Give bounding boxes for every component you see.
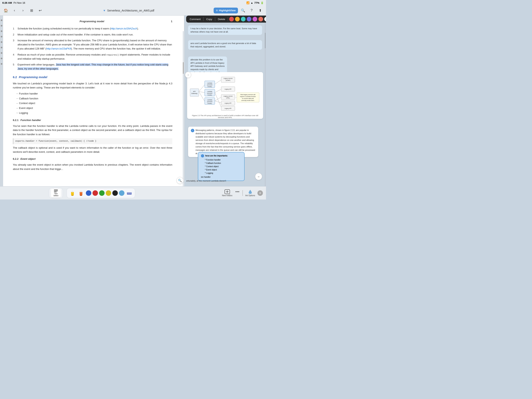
section-6-2-1-body1: You've seen that the function handler is… (13, 124, 172, 136)
svg-text:(convert/: (convert/ (207, 101, 212, 103)
sidebar-indicator-8 (1, 58, 2, 59)
svg-marker-48 (80, 195, 82, 196)
popup-menu: Comment Copy Delete (186, 16, 266, 23)
item-text-5: Experiment with other languages. Java ha… (18, 63, 172, 71)
toolbar-divider (242, 190, 243, 196)
svg-text:invoke): invoke) (208, 103, 212, 104)
svg-text:Lambda: Lambda (207, 99, 212, 101)
architecture-diagram: API Gateway Lambda (convert/ invoke) Lam… (187, 72, 263, 119)
note-card-2: ams and Lambda functions are a good ons … (188, 40, 262, 50)
svg-rect-42 (54, 191, 58, 191)
panel-nav-button[interactable]: ‹› (255, 173, 262, 180)
comment-button[interactable]: Comment (188, 17, 202, 21)
ink-color-red[interactable] (93, 190, 98, 196)
color-orange[interactable] (235, 17, 240, 21)
list-item-4: 4 Reduce as much of your code as possibl… (13, 53, 172, 61)
popup-divider-3 (228, 17, 228, 21)
color-purple[interactable] (247, 17, 251, 21)
pages-button[interactable]: ⊞ (28, 7, 35, 14)
new-inkbox-button[interactable]: New InkBox (222, 189, 232, 197)
color-salmon[interactable] (258, 17, 263, 21)
svg-line-18 (215, 80, 221, 84)
text-select-icon (54, 190, 58, 192)
undo-button[interactable]: ↩ (37, 7, 44, 14)
list-item-3: 3 Increase the amount of memory allocate… (13, 39, 172, 51)
color-pink[interactable] (253, 17, 257, 21)
right-scroll-thumb (265, 33, 266, 48)
section-6-2-1-body2: The callback object is optional and is u… (13, 146, 172, 154)
ink-color-light-blue[interactable] (119, 190, 124, 196)
list-card-icon: › (201, 154, 204, 157)
color-red[interactable] (229, 17, 234, 21)
color-white[interactable] (264, 17, 266, 21)
list-card-item-3: * Context object (205, 165, 241, 168)
link-1[interactable]: http://amzn.to/29AZsuX (111, 27, 137, 30)
highlighter-yellow-button[interactable] (69, 189, 76, 197)
subsection-title: Function handler (20, 118, 41, 122)
svg-rect-43 (54, 192, 57, 192)
diagram-caption: Figure 2.5 The API proxy architecture is… (189, 115, 261, 118)
item-text-2: Move initialization and setup code out o… (18, 33, 133, 37)
more-options-button[interactable]: more (235, 189, 240, 197)
ink-color-green[interactable] (99, 190, 105, 196)
date-display: Fri Nov 16 (13, 1, 25, 4)
ink-color-black[interactable] (112, 190, 118, 196)
ruler-icon (127, 191, 132, 195)
svg-rect-46 (72, 191, 73, 192)
link-3[interactable]: http://amzn.to/23aFKif (46, 47, 71, 50)
numbered-list: 1 Schedule the function (using scheduled… (13, 27, 172, 71)
item-number-3: 3 (13, 39, 16, 51)
ink-color-blue[interactable] (86, 190, 91, 196)
text-select-button[interactable]: TextSelect (51, 189, 61, 197)
drawing-tools-group (67, 188, 135, 198)
list-card-item-1: * Function handler (205, 158, 241, 161)
popup-divider-1 (203, 17, 203, 21)
svg-rect-41 (54, 190, 58, 190)
color-teal[interactable] (241, 17, 246, 21)
text-select-group: TextSelect (49, 188, 63, 198)
status-bar: 6:26 AM Fri Nov 16 📶 ▲ 77% 🔋 (0, 0, 266, 6)
scroll-thumb (183, 62, 184, 74)
search-button[interactable]: 🔍 (240, 7, 247, 14)
battery-icon: 🔋 (260, 1, 264, 4)
right-scroll[interactable] (265, 16, 266, 186)
back-button[interactable]: ‹ (11, 7, 18, 14)
programming-model-list: Function handler Callback function Conte… (17, 92, 172, 115)
page-header: Programming model 1 (13, 19, 172, 24)
scroll-indicator[interactable] (183, 31, 184, 186)
svg-text:correctly invoke them.: correctly invoke them. (241, 100, 254, 101)
close-button[interactable]: ✕ (257, 190, 263, 196)
sidebar-indicator-5 (1, 41, 2, 43)
section-title: Programming model (19, 75, 47, 79)
svg-text:Legacy API: Legacy API (225, 103, 231, 104)
time-display: 6:26 AM (2, 1, 12, 4)
zoom-button[interactable]: 🔍 (177, 177, 184, 184)
list-card-title: hese are the importants: (205, 154, 228, 157)
svg-line-22 (215, 93, 221, 107)
code-block: exports.handler = function(event, contex… (13, 138, 172, 144)
help-button[interactable]: ? (248, 7, 255, 14)
forward-button[interactable]: › (19, 7, 26, 14)
chevron-lr-icon: ‹› (258, 175, 260, 178)
highlight-view-button[interactable]: ≡ HighlightView (214, 8, 238, 13)
list-card-item-4: * Event object (205, 168, 241, 171)
ink-color-yellow[interactable] (106, 190, 111, 196)
ruler-button[interactable] (126, 189, 133, 197)
highlighter-orange-button[interactable] (77, 189, 85, 197)
delete-button[interactable]: Delete (216, 17, 227, 21)
svg-text:to convert data and: to convert data and (242, 98, 254, 99)
svg-text:Legacy service: Legacy service (223, 78, 233, 79)
list-item-2: 2 Move initialization and setup code out… (13, 33, 172, 37)
ink-options-button[interactable]: Ink Options (245, 189, 255, 197)
home-button[interactable]: 🏠 (2, 7, 9, 14)
svg-text:Lambda: Lambda (207, 82, 212, 84)
bottom-toolbar: TextSelect (0, 186, 184, 200)
bottom-right-tools: New InkBox more Ink Options ✕ (184, 186, 266, 200)
list-card-item-5: * Logging (205, 171, 241, 175)
bullet-item-3: Context object (17, 101, 172, 105)
share-button[interactable]: ⬆ (257, 7, 264, 14)
panel-back-button[interactable]: ‹ (185, 72, 191, 78)
copy-button[interactable]: Copy (205, 17, 214, 21)
left-sidebar (0, 16, 3, 200)
svg-text:Gateway: Gateway (191, 93, 197, 94)
